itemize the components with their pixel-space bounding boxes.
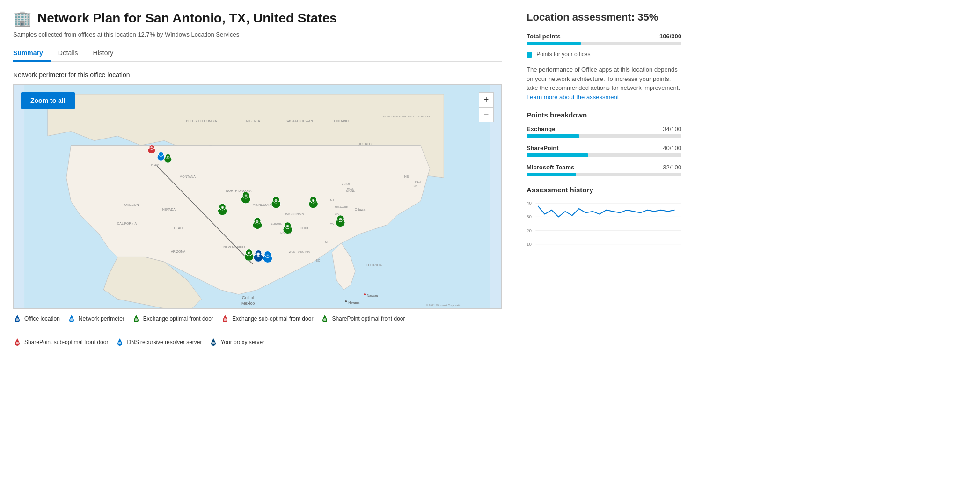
assessment-title: Location assessment: 35% [527, 11, 681, 23]
svg-text:NORTH DAKOTA: NORTH DAKOTA [226, 189, 252, 192]
building-icon: 🏢 [13, 9, 32, 27]
zoom-out-button[interactable]: − [479, 107, 494, 122]
svg-text:MONTANA: MONTANA [179, 175, 196, 178]
svg-text:WEST VIRGINIA: WEST VIRGINIA [289, 250, 310, 253]
breakdown-title: Points breakdown [527, 111, 681, 119]
total-points-bar [527, 42, 681, 45]
legend-exchange-suboptimal: Exchange sub-optimal front door [221, 314, 313, 323]
svg-text:P.E.I.: P.E.I. [415, 180, 422, 183]
history-chart: 40 30 20 10 [527, 200, 681, 247]
svg-text:CALIFORNIA: CALIFORNIA [117, 222, 137, 225]
map-legend: Office location Network perimeter Exchan… [13, 314, 502, 346]
legend-dns-resolver: DNS recursive resolver server [116, 338, 202, 346]
svg-point-75 [135, 318, 138, 321]
svg-text:FLORIDA: FLORIDA [366, 263, 382, 267]
legend-exchange-optimal: Exchange optimal front door [132, 314, 213, 323]
tab-summary[interactable]: Summary [13, 45, 51, 62]
svg-text:30: 30 [527, 214, 532, 219]
svg-text:Nassau: Nassau [367, 294, 378, 297]
svg-text:Havana: Havana [348, 301, 359, 304]
legend-proxy-server: Your proxy server [209, 338, 264, 346]
svg-point-80 [212, 342, 215, 344]
map-container: Zoom to all + − [13, 84, 502, 309]
svg-text:⊛: ⊛ [244, 194, 248, 198]
svg-text:OHIO: OHIO [300, 227, 308, 230]
assessment-description: The performance of Office apps at this l… [527, 65, 681, 102]
svg-text:QUEBEC: QUEBEC [358, 142, 371, 146]
svg-text:MINNESOTA: MINNESOTA [252, 203, 271, 206]
svg-text:⊗: ⊗ [150, 146, 153, 149]
tab-history[interactable]: History [86, 45, 121, 62]
breakdown-teams: Microsoft Teams 32/100 [527, 164, 681, 176]
sharepoint-fill [527, 153, 588, 157]
svg-text:Gulf of: Gulf of [242, 295, 255, 300]
svg-text:⊛: ⊛ [274, 198, 278, 203]
svg-text:ALBERTA: ALBERTA [245, 119, 260, 123]
breakdown-sharepoint: SharePoint 40/100 [527, 145, 681, 157]
svg-text:ONTARIO: ONTARIO [334, 119, 349, 123]
page-title: Network Plan for San Antonio, TX, United… [37, 11, 337, 26]
svg-text:≡: ≡ [267, 253, 269, 257]
svg-text:SC: SC [316, 259, 321, 262]
svg-text:40: 40 [527, 200, 532, 205]
svg-text:SASKATCHEWAN: SASKATCHEWAN [286, 119, 313, 123]
svg-text:IDAHO: IDAHO [150, 164, 159, 167]
svg-point-41 [364, 293, 366, 295]
svg-text:OREGON: OREGON [124, 203, 139, 206]
page-header: 🏢 Network Plan for San Antonio, TX, Unit… [13, 9, 502, 27]
svg-point-74 [70, 318, 73, 321]
zoom-in-button[interactable]: + [479, 92, 494, 107]
teams-bar [527, 173, 681, 176]
exchange-bar [527, 134, 681, 138]
history-title: Assessment history [527, 186, 681, 194]
svg-text:DELAWARE: DELAWARE [335, 206, 348, 209]
svg-text:ARIZONA: ARIZONA [171, 250, 185, 253]
teams-fill [527, 173, 576, 176]
svg-point-78 [16, 342, 19, 344]
svg-text:NB: NB [404, 175, 409, 178]
total-points-label: Total points 106/300 [527, 33, 681, 40]
svg-text:⊛: ⊛ [339, 217, 342, 221]
svg-point-73 [16, 318, 19, 321]
svg-text:⊛: ⊛ [248, 251, 251, 255]
map-section-title: Network perimeter for this office locati… [13, 71, 502, 79]
sharepoint-bar [527, 153, 681, 157]
subtitle: Samples collected from offices at this l… [13, 31, 502, 38]
exchange-fill [527, 134, 579, 138]
svg-text:VT. N.H.: VT. N.H. [342, 183, 351, 185]
tab-details[interactable]: Details [51, 45, 86, 62]
svg-text:NS.: NS. [414, 185, 418, 188]
zoom-all-button[interactable]: Zoom to all [21, 92, 75, 109]
svg-point-79 [118, 342, 121, 344]
svg-point-76 [224, 318, 227, 321]
map-controls: + − [479, 92, 494, 122]
legend-network-perimeter: Network perimeter [67, 314, 124, 323]
svg-text:© 2021 Microsoft Corporation: © 2021 Microsoft Corporation [426, 304, 462, 307]
right-panel: Location assessment: 35% Total points 10… [515, 0, 693, 497]
svg-text:⊛: ⊛ [256, 219, 259, 224]
svg-text:⊛: ⊛ [312, 198, 315, 203]
svg-text:⊛: ⊛ [286, 224, 289, 228]
svg-text:NEVADA: NEVADA [162, 208, 176, 211]
svg-text:Ottawa: Ottawa [355, 208, 365, 211]
points-legend: Points for your offices [527, 51, 681, 58]
svg-text:WISCONSIN: WISCONSIN [285, 212, 304, 216]
svg-text:BRITISH COLUMBIA: BRITISH COLUMBIA [186, 119, 217, 123]
svg-text:🌐: 🌐 [159, 152, 163, 156]
svg-point-77 [323, 318, 326, 321]
svg-text:20: 20 [527, 228, 532, 233]
svg-text:MD: MD [335, 213, 339, 216]
svg-text:⊛: ⊛ [221, 205, 224, 210]
tab-bar: Summary Details History [13, 45, 502, 62]
svg-text:NEWFOUNDLAND AND LABRADOR: NEWFOUNDLAND AND LABRADOR [383, 115, 430, 118]
svg-text:10: 10 [527, 241, 532, 247]
learn-more-link[interactable]: Learn more about the assessment [527, 94, 619, 101]
legend-office-location: Office location [13, 314, 60, 323]
svg-text:⊛: ⊛ [167, 155, 169, 158]
svg-text:◉: ◉ [256, 252, 260, 256]
svg-point-43 [345, 300, 347, 302]
svg-text:NJ: NJ [330, 199, 334, 202]
svg-text:NC: NC [325, 241, 329, 244]
legend-sharepoint-optimal: SharePoint optimal front door [321, 314, 405, 323]
svg-text:ILLINOIS: ILLINOIS [271, 222, 282, 225]
